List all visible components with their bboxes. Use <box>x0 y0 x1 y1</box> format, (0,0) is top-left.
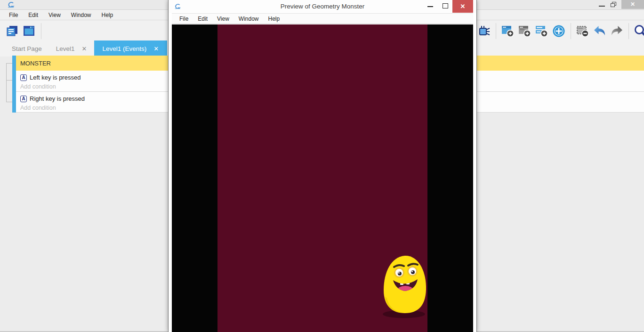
toolbar-separator <box>41 23 41 39</box>
preview-minimize-button[interactable] <box>427 6 433 7</box>
main-restore-button[interactable] <box>611 2 616 7</box>
debugger-icon[interactable] <box>476 24 491 39</box>
menu-view[interactable]: View <box>212 16 234 22</box>
menu-help[interactable]: Help <box>97 12 119 18</box>
preview-maximize-button[interactable] <box>443 3 448 8</box>
tab-close-icon[interactable]: ✕ <box>153 45 159 52</box>
tree-line <box>6 102 12 102</box>
tree-line <box>6 63 7 102</box>
preview-menubar: File Edit View Window Help <box>172 13 473 24</box>
menu-view[interactable]: View <box>43 12 66 18</box>
add-other-event-icon[interactable] <box>551 24 566 39</box>
preview-window[interactable]: Preview of Geometry Monster ✕ File Edit … <box>168 0 477 332</box>
delete-event-icon[interactable] <box>575 24 590 39</box>
gdevelop-logo-icon <box>7 1 15 8</box>
menu-edit[interactable]: Edit <box>23 12 43 18</box>
preview-close-button[interactable]: ✕ <box>452 0 473 13</box>
monster-sprite <box>382 253 427 319</box>
events-sheet-icon[interactable] <box>5 24 20 39</box>
add-sub-event-icon[interactable] <box>517 24 532 39</box>
keyboard-key-icon: A <box>20 74 27 81</box>
undo-icon[interactable] <box>592 24 607 39</box>
event-handle[interactable] <box>12 92 16 113</box>
menu-window[interactable]: Window <box>66 12 97 18</box>
menu-file[interactable]: File <box>175 16 193 22</box>
add-event-icon[interactable] <box>500 24 515 39</box>
tree-line <box>6 80 12 81</box>
scene-editor-icon[interactable] <box>22 24 37 39</box>
preview-titlebar[interactable]: Preview of Geometry Monster ✕ <box>169 0 476 13</box>
toolbar-separator <box>628 23 629 39</box>
toolbar-separator <box>496 23 496 39</box>
game-viewport[interactable] <box>172 24 473 332</box>
keyboard-key-icon: A <box>20 96 27 102</box>
event-group-handle[interactable] <box>12 56 16 71</box>
tab-label: Level1 (Events) <box>103 45 147 52</box>
condition-text: Right key is pressed <box>30 95 85 102</box>
tree-line <box>6 63 12 64</box>
redo-icon[interactable] <box>609 24 624 39</box>
menu-file[interactable]: File <box>4 12 23 18</box>
tab-close-icon[interactable]: ✕ <box>82 45 87 52</box>
game-stage <box>217 24 427 332</box>
tab-level1-events[interactable]: Level1 (Events) ✕ <box>94 40 168 57</box>
tab-start-page[interactable]: Start Page <box>5 40 49 57</box>
tab-label: Level1 <box>56 45 75 52</box>
tab-level1[interactable]: Level1 ✕ <box>49 40 94 57</box>
tab-label: Start Page <box>12 45 42 52</box>
add-comment-icon[interactable] <box>534 24 549 39</box>
main-close-button[interactable]: ✕ <box>621 0 644 9</box>
event-handle[interactable] <box>12 71 16 92</box>
menu-edit[interactable]: Edit <box>193 16 212 22</box>
condition-text: Left key is pressed <box>30 74 80 81</box>
search-icon[interactable] <box>633 24 644 39</box>
toolbar-separator <box>571 23 571 39</box>
main-minimize-button[interactable] <box>599 6 605 7</box>
menu-window[interactable]: Window <box>234 16 264 22</box>
menu-help[interactable]: Help <box>264 16 285 22</box>
